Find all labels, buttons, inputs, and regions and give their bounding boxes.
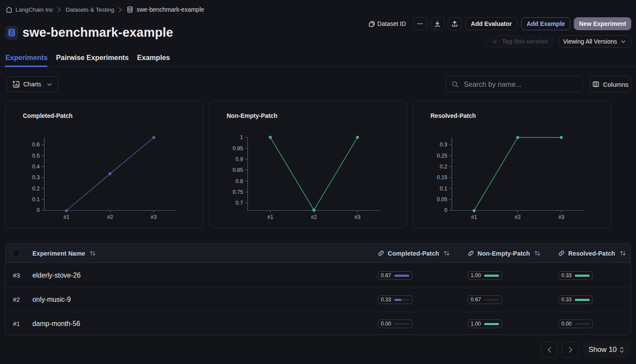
svg-text:0.9: 0.9: [236, 156, 243, 162]
svg-text:#1: #1: [267, 214, 273, 220]
svg-text:#3: #3: [151, 214, 157, 220]
svg-text:0.75: 0.75: [233, 189, 243, 195]
svg-text:#1: #1: [471, 214, 477, 220]
svg-text:0.8: 0.8: [236, 178, 243, 184]
svg-text:0.6: 0.6: [32, 142, 40, 148]
svg-text:1: 1: [240, 134, 243, 140]
svg-text:0.25: 0.25: [437, 153, 447, 159]
svg-text:0.05: 0.05: [437, 196, 447, 203]
svg-text:0.85: 0.85: [233, 167, 243, 173]
svg-text:0.2: 0.2: [440, 164, 447, 170]
svg-text:0: 0: [444, 207, 447, 213]
svg-text:0.2: 0.2: [32, 186, 40, 192]
svg-text:#2: #2: [515, 214, 521, 220]
svg-text:0: 0: [37, 207, 40, 213]
svg-text:0.4: 0.4: [32, 164, 40, 170]
svg-text:0.1: 0.1: [32, 196, 40, 203]
svg-text:#2: #2: [311, 214, 317, 220]
svg-text:0.3: 0.3: [32, 174, 40, 180]
svg-text:0.1: 0.1: [440, 186, 447, 192]
svg-text:#1: #1: [63, 214, 70, 220]
svg-text:0.5: 0.5: [32, 153, 40, 159]
svg-text:0.7: 0.7: [236, 200, 243, 206]
svg-text:#3: #3: [558, 214, 564, 220]
svg-text:0.95: 0.95: [233, 146, 243, 152]
svg-text:0.15: 0.15: [437, 174, 447, 180]
svg-text:#3: #3: [354, 214, 361, 220]
svg-text:#2: #2: [107, 214, 113, 220]
svg-text:0.3: 0.3: [440, 142, 447, 148]
